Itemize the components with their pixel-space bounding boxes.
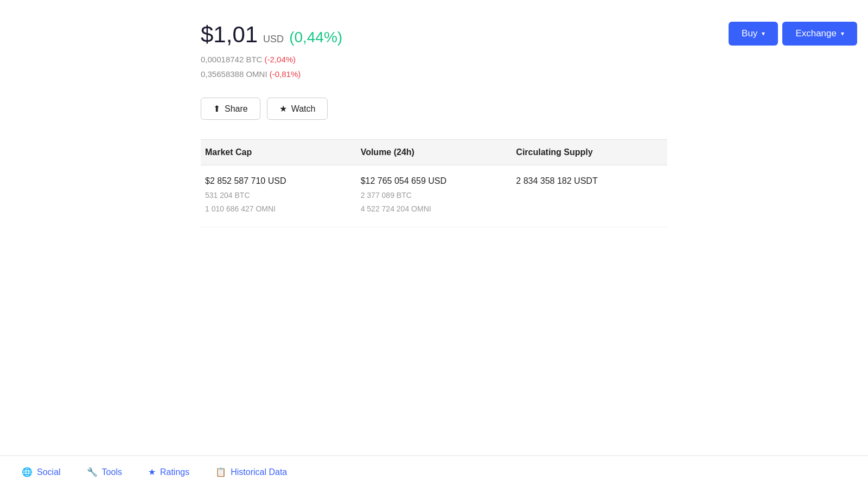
price-change-positive: (0,44%)	[289, 29, 342, 46]
stats-header: Market Cap Volume (24h) Circulating Supp…	[201, 140, 667, 165]
nav-ratings[interactable]: ★ Ratings	[135, 456, 202, 488]
exchange-chevron-icon: ▾	[841, 30, 844, 37]
volume-usd: $12 765 054 659 USD	[361, 176, 512, 186]
share-icon: ⬆	[213, 104, 220, 114]
tools-icon: 🔧	[87, 467, 98, 477]
price-btc-row: 0,00018742 BTC (-2,04%)	[201, 52, 868, 67]
nav-tools[interactable]: 🔧 Tools	[74, 456, 135, 488]
market-cap-usd: $2 852 587 710 USD	[205, 176, 356, 186]
price-btc-change: (-2,04%)	[265, 55, 296, 64]
circulating-supply-value: 2 834 358 182 USDT	[516, 176, 667, 186]
volume-cell: $12 765 054 659 USD 2 377 089 BTC 4 522 …	[356, 176, 512, 216]
nav-ratings-label: Ratings	[160, 467, 189, 477]
nav-historical-data-label: Historical Data	[231, 467, 287, 477]
share-label: Share	[225, 104, 248, 114]
watch-label: Watch	[291, 104, 316, 114]
header-market-cap: Market Cap	[201, 147, 356, 157]
stats-values-row: $2 852 587 710 USD 531 204 BTC 1 010 686…	[201, 165, 667, 227]
price-omni-row: 0,35658388 OMNI (-0,81%)	[201, 67, 868, 81]
bottom-nav: 🌐 Social 🔧 Tools ★ Ratings 📋 Historical …	[0, 455, 868, 488]
nav-social[interactable]: 🌐 Social	[22, 456, 74, 488]
buy-label: Buy	[742, 28, 757, 39]
volume-omni: 4 522 724 204 OMNI	[361, 202, 512, 216]
nav-historical-data[interactable]: 📋 Historical Data	[202, 456, 300, 488]
star-icon: ★	[279, 104, 287, 114]
globe-icon: 🌐	[22, 467, 33, 477]
action-buttons: ⬆ Share ★ Watch	[201, 98, 868, 120]
stats-table: Market Cap Volume (24h) Circulating Supp…	[201, 139, 667, 227]
circulating-supply-cell: 2 834 358 182 USDT	[512, 176, 667, 216]
nav-social-label: Social	[37, 467, 61, 477]
price-omni-change: (-0,81%)	[270, 69, 301, 79]
share-button[interactable]: ⬆ Share	[201, 98, 260, 120]
exchange-button[interactable]: Exchange ▾	[782, 22, 857, 46]
watch-button[interactable]: ★ Watch	[267, 98, 328, 120]
header-circulating-supply: Circulating Supply	[512, 147, 667, 157]
header-volume: Volume (24h)	[356, 147, 512, 157]
price-value: $1,01	[201, 22, 258, 48]
price-omni-value: 0,35658388 OMNI	[201, 69, 267, 79]
market-cap-cell: $2 852 587 710 USD 531 204 BTC 1 010 686…	[201, 176, 356, 216]
nav-tools-label: Tools	[102, 467, 122, 477]
ratings-star-icon: ★	[148, 467, 156, 477]
buy-button[interactable]: Buy ▾	[729, 22, 778, 46]
exchange-label: Exchange	[795, 28, 837, 39]
market-cap-omni: 1 010 686 427 OMNI	[205, 202, 356, 216]
buy-chevron-icon: ▾	[762, 30, 765, 37]
price-currency: USD	[263, 34, 284, 45]
market-cap-btc: 531 204 BTC	[205, 189, 356, 202]
table-icon: 📋	[215, 467, 226, 477]
volume-btc: 2 377 089 BTC	[361, 189, 512, 202]
price-btc-value: 0,00018742 BTC	[201, 55, 262, 64]
